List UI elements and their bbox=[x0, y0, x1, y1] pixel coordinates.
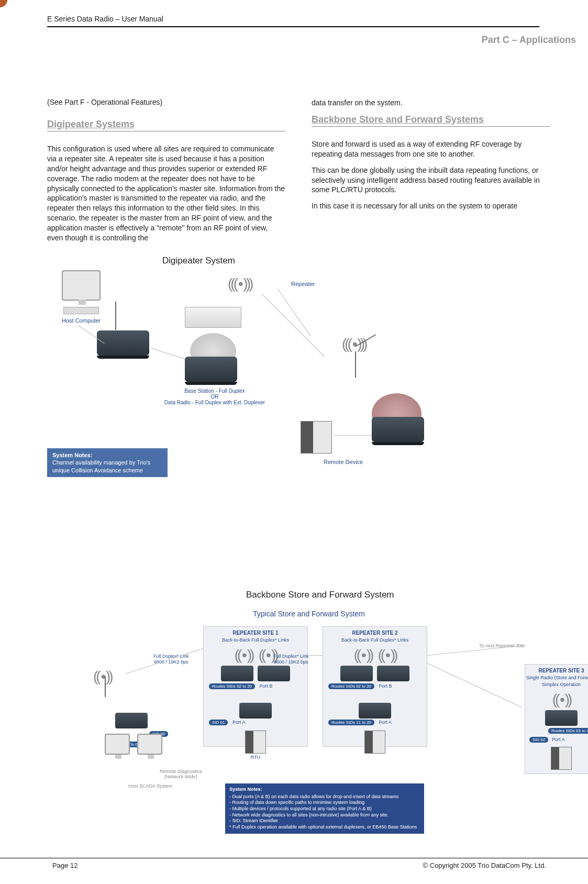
link-line bbox=[427, 645, 526, 656]
keyboard-icon bbox=[63, 307, 99, 314]
radio-modem-icon bbox=[545, 710, 578, 726]
host-computer-graphic: Host Computer bbox=[47, 270, 115, 324]
port-b-label: Port B bbox=[260, 683, 273, 689]
radio-modem-icon bbox=[377, 666, 409, 681]
radio-modem-icon bbox=[372, 417, 424, 442]
panel1-subtitle: Back-to-Back Full Duplex* Links bbox=[204, 637, 307, 643]
host-scada-label: Host SCADA System bbox=[128, 783, 172, 789]
fig2-note-2: - Routing of data down specific paths to… bbox=[229, 800, 420, 806]
link-line bbox=[427, 663, 523, 708]
monitor-icon bbox=[105, 734, 130, 755]
base-station-label: Base Station - Full Duplex OR Data Radio… bbox=[154, 388, 275, 405]
link-line bbox=[151, 348, 185, 359]
link-line bbox=[126, 647, 205, 673]
radio-waves-icon: ((( • ))) bbox=[342, 336, 365, 352]
link-line bbox=[334, 435, 372, 436]
repeater-label: Repeater bbox=[291, 281, 315, 287]
figure2-subtitle: Typical Store and Forward System bbox=[47, 610, 571, 618]
panel2-subtitle: Back-to-Back Full Duplex* Links bbox=[323, 637, 427, 643]
routes-tag: Routes SIDs 02 to 20 bbox=[209, 683, 255, 689]
radio-modem-icon bbox=[221, 666, 253, 681]
figure-digipeater-system: Host Computer ((( • ))) Base Station - F… bbox=[47, 270, 550, 522]
routes-tag: Routes SIDs 02 to 20 bbox=[328, 683, 374, 689]
routes-tag: Routes SIDs 03 to 10 bbox=[548, 728, 588, 734]
system-notes-box: System Notes: Channel availability manag… bbox=[47, 448, 168, 477]
fig2-note-5: - SID: Stream IDentifier bbox=[229, 818, 420, 824]
host-scada-group bbox=[105, 734, 162, 755]
radio-modem-icon bbox=[258, 666, 290, 681]
panel3-sub2: Simplex Operation bbox=[525, 682, 588, 687]
remote-diag-label: Remote Diagnostics (Network-Wide) bbox=[160, 769, 202, 779]
radio-modem-icon bbox=[340, 666, 373, 681]
radio-waves-icon: (( • )) bbox=[93, 668, 112, 685]
backbone-p2: This can be done globally using the inbu… bbox=[312, 165, 550, 195]
remote-device-label: Remote Device bbox=[324, 459, 363, 465]
panel3-title: REPEATER SITE 3 bbox=[525, 668, 588, 673]
fig2-note-4: - Network wide diagnostics to all sites … bbox=[229, 812, 420, 819]
section-heading-backbone: Backbone Store and Forward Systems bbox=[312, 114, 550, 127]
lead-continuation: data transfer on the system. bbox=[312, 98, 550, 108]
fig2-note-1: - Dual ports (A & B) on each data radio … bbox=[229, 794, 420, 800]
digipeater-paragraph: This configuration is used where all sit… bbox=[47, 144, 285, 243]
monitor-icon bbox=[62, 270, 101, 301]
cross-reference: (See Part F - Operational Features) bbox=[47, 98, 285, 106]
rtu-device-icon bbox=[301, 421, 332, 454]
sid-tag: SID 01 bbox=[209, 720, 228, 725]
repeater-site-1-panel: REPEATER SITE 1 Back-to-Back Full Duplex… bbox=[203, 626, 308, 747]
panel2-title: REPEATER SITE 2 bbox=[323, 630, 427, 636]
port-b-label: Port B bbox=[379, 683, 392, 689]
port-a-label: Port A bbox=[232, 720, 246, 725]
section-heading-digipeater: Digipeater Systems bbox=[47, 119, 285, 131]
host-computer-label: Host Computer bbox=[47, 317, 115, 324]
rtu-device-icon bbox=[245, 731, 266, 754]
monitor-icon bbox=[137, 734, 162, 755]
rtu-device-icon bbox=[364, 731, 385, 754]
panel1-title: REPEATER SITE 1 bbox=[204, 630, 307, 636]
radio-waves-icon: (( • )) bbox=[525, 691, 588, 708]
radio-modem-icon bbox=[239, 703, 272, 719]
system-notes-body: Channel availability managed by Trio's u… bbox=[52, 459, 162, 474]
repeater-site-2-panel: REPEATER SITE 2 Back-to-Back Full Duplex… bbox=[323, 626, 427, 747]
sid-tag: SID 02 bbox=[529, 737, 548, 743]
link-line bbox=[278, 289, 311, 336]
radio-waves-icon: (( • )) (( • )) bbox=[323, 647, 427, 664]
page-number: Page 12 bbox=[52, 861, 77, 869]
page-footer: Page 12 © Copyright 2005 Trio DataCom Pt… bbox=[0, 858, 588, 869]
radio-waves-icon: ((( • ))) bbox=[228, 275, 251, 292]
rtu-device-icon bbox=[551, 747, 572, 770]
radio-modem-icon bbox=[359, 703, 391, 719]
radio-modem-icon bbox=[97, 330, 149, 356]
radio-modem-icon bbox=[185, 357, 237, 382]
rtu-label: RTU bbox=[204, 755, 307, 760]
radio-modem-icon bbox=[115, 713, 148, 728]
figure2-caption: Backbone Store and Forward System bbox=[246, 590, 571, 600]
backbone-p1: Store and forward is used as a way of ex… bbox=[312, 139, 550, 159]
fig2-note-6: * Full Duplex operation available with o… bbox=[229, 824, 420, 831]
link-line bbox=[262, 294, 325, 357]
figure2-system-notes: System Notes: - Dual ports (A & B) on ea… bbox=[225, 783, 424, 834]
figure1-caption: Digipeater System bbox=[162, 256, 588, 266]
backbone-p3: In this case it is necessary for all uni… bbox=[312, 201, 550, 211]
port-a-label: Port A bbox=[552, 737, 565, 742]
routes-tag: Routes SIDs 11 to 20 bbox=[328, 720, 374, 725]
copyright: © Copyright 2005 Trio DataCom Pty. Ltd. bbox=[423, 861, 547, 869]
port-a-label: Port A bbox=[379, 720, 392, 725]
header-part-label: Part C – Applications bbox=[47, 35, 576, 46]
fig2-note-3: - Multiple devices / protocols supported… bbox=[229, 806, 420, 812]
repeater-site-3-panel: REPEATER SITE 3 Single Radio (Store and … bbox=[525, 664, 588, 774]
header-manual-title: E Series Data Radio – User Manual bbox=[47, 15, 539, 27]
antenna-icon bbox=[355, 351, 356, 378]
panel3-sub1: Single Radio (Store and Forward) bbox=[525, 675, 588, 680]
system-notes-title: System Notes: bbox=[52, 451, 162, 459]
base-station-rack-icon bbox=[185, 307, 241, 328]
antenna-icon bbox=[115, 302, 116, 330]
link-speed-label: Full Duplex* Link9600 / 19K2 bps bbox=[273, 654, 309, 665]
figure-backbone-system: (( • )) Routes SIDs 01 to 20 SID 00 Remo… bbox=[47, 626, 576, 846]
fig2-notes-title: System Notes: bbox=[229, 787, 420, 793]
